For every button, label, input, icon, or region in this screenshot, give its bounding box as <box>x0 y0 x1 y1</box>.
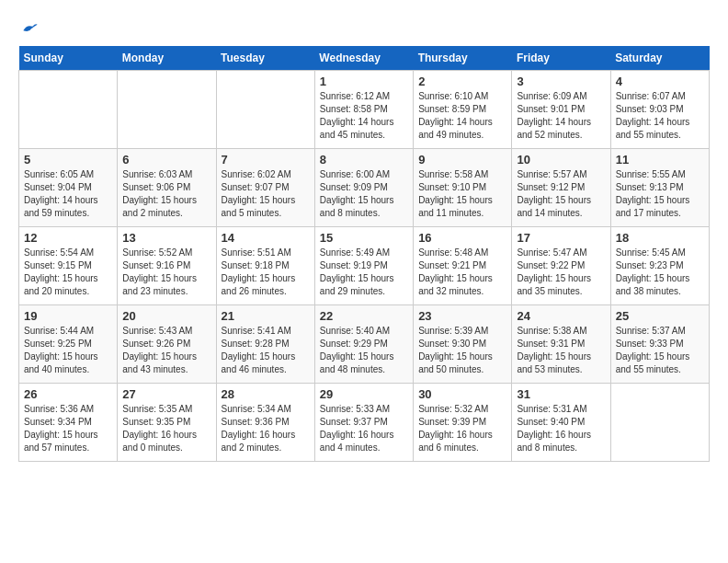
day-info: Sunrise: 5:31 AMSunset: 9:40 PMDaylight:… <box>517 403 605 454</box>
day-number: 6 <box>122 153 210 167</box>
day-number: 1 <box>320 75 408 88</box>
sunrise-text: Sunrise: 5:33 AM <box>320 403 408 416</box>
sunset-text: Sunset: 9:22 PM <box>517 259 605 272</box>
daylight-text: Daylight: 16 hours and 2 minutes. <box>222 429 310 454</box>
sunset-text: Sunset: 9:35 PM <box>122 416 210 429</box>
sunset-text: Sunset: 9:13 PM <box>616 181 704 194</box>
day-info: Sunrise: 6:00 AMSunset: 9:09 PMDaylight:… <box>320 168 408 220</box>
calendar-cell: 22Sunrise: 5:40 AMSunset: 9:29 PMDayligh… <box>314 305 413 384</box>
sunset-text: Sunset: 9:39 PM <box>418 416 506 429</box>
day-info: Sunrise: 6:05 AMSunset: 9:04 PMDaylight:… <box>24 168 112 220</box>
sunset-text: Sunset: 9:03 PM <box>616 103 704 116</box>
daylight-text: Daylight: 16 hours and 6 minutes. <box>418 429 506 454</box>
daylight-text: Daylight: 15 hours and 46 minutes. <box>222 350 310 376</box>
daylight-text: Daylight: 15 hours and 8 minutes. <box>320 194 408 220</box>
daylight-text: Daylight: 16 hours and 4 minutes. <box>320 429 408 454</box>
day-number: 27 <box>122 387 210 401</box>
day-number: 4 <box>616 75 704 88</box>
sunrise-text: Sunrise: 5:54 AM <box>24 247 112 259</box>
calendar-cell: 31Sunrise: 5:31 AMSunset: 9:40 PMDayligh… <box>512 384 610 462</box>
sunset-text: Sunset: 9:33 PM <box>616 338 704 350</box>
calendar-week-row: 26Sunrise: 5:36 AMSunset: 9:34 PMDayligh… <box>19 384 710 462</box>
calendar-cell: 21Sunrise: 5:41 AMSunset: 9:28 PMDayligh… <box>216 305 314 384</box>
sunrise-text: Sunrise: 5:48 AM <box>418 247 506 259</box>
day-number: 19 <box>24 309 112 323</box>
sunset-text: Sunset: 9:06 PM <box>122 181 210 194</box>
calendar-cell: 27Sunrise: 5:35 AMSunset: 9:35 PMDayligh… <box>118 384 216 462</box>
day-info: Sunrise: 5:35 AMSunset: 9:35 PMDaylight:… <box>122 403 210 454</box>
calendar-cell: 4Sunrise: 6:07 AMSunset: 9:03 PMDaylight… <box>610 71 709 149</box>
day-info: Sunrise: 5:47 AMSunset: 9:22 PMDaylight:… <box>517 247 605 298</box>
day-number: 7 <box>222 153 310 167</box>
daylight-text: Daylight: 15 hours and 43 minutes. <box>122 350 210 376</box>
calendar-week-row: 5Sunrise: 6:05 AMSunset: 9:04 PMDaylight… <box>19 149 710 227</box>
day-number: 25 <box>616 309 704 323</box>
weekday-header-monday: Monday <box>118 46 216 71</box>
sunrise-text: Sunrise: 5:32 AM <box>418 403 506 416</box>
daylight-text: Daylight: 15 hours and 2 minutes. <box>122 194 210 220</box>
calendar-cell: 17Sunrise: 5:47 AMSunset: 9:22 PMDayligh… <box>512 227 610 305</box>
day-number: 31 <box>517 387 605 401</box>
day-info: Sunrise: 5:55 AMSunset: 9:13 PMDaylight:… <box>616 168 704 220</box>
sunset-text: Sunset: 9:04 PM <box>24 181 112 194</box>
day-number: 13 <box>122 231 210 245</box>
sunset-text: Sunset: 9:40 PM <box>517 416 605 429</box>
sunrise-text: Sunrise: 5:36 AM <box>24 403 112 416</box>
weekday-header-wednesday: Wednesday <box>314 46 413 71</box>
sunset-text: Sunset: 8:58 PM <box>320 103 408 116</box>
weekday-header-saturday: Saturday <box>610 46 709 71</box>
sunrise-text: Sunrise: 5:55 AM <box>616 168 704 181</box>
sunrise-text: Sunrise: 5:57 AM <box>517 168 605 181</box>
daylight-text: Daylight: 15 hours and 57 minutes. <box>24 429 112 454</box>
day-info: Sunrise: 5:58 AMSunset: 9:10 PMDaylight:… <box>418 168 506 220</box>
calendar-cell: 2Sunrise: 6:10 AMSunset: 8:59 PMDaylight… <box>414 71 512 149</box>
day-info: Sunrise: 6:12 AMSunset: 8:58 PMDaylight:… <box>320 90 408 142</box>
weekday-header-tuesday: Tuesday <box>216 46 314 71</box>
daylight-text: Daylight: 15 hours and 14 minutes. <box>517 194 605 220</box>
calendar-cell: 13Sunrise: 5:52 AMSunset: 9:16 PMDayligh… <box>118 227 216 305</box>
daylight-text: Daylight: 15 hours and 48 minutes. <box>320 350 408 376</box>
day-info: Sunrise: 5:36 AMSunset: 9:34 PMDaylight:… <box>24 403 112 454</box>
sunset-text: Sunset: 9:30 PM <box>418 338 506 350</box>
sunset-text: Sunset: 9:07 PM <box>222 181 310 194</box>
day-number: 26 <box>24 387 112 401</box>
sunset-text: Sunset: 9:09 PM <box>320 181 408 194</box>
daylight-text: Daylight: 15 hours and 55 minutes. <box>616 350 704 376</box>
sunset-text: Sunset: 9:26 PM <box>122 338 210 350</box>
day-info: Sunrise: 6:02 AMSunset: 9:07 PMDaylight:… <box>222 168 310 220</box>
calendar-cell: 28Sunrise: 5:34 AMSunset: 9:36 PMDayligh… <box>216 384 314 462</box>
daylight-text: Daylight: 16 hours and 0 minutes. <box>122 429 210 454</box>
daylight-text: Daylight: 15 hours and 38 minutes. <box>616 272 704 298</box>
daylight-text: Daylight: 15 hours and 29 minutes. <box>320 272 408 298</box>
daylight-text: Daylight: 14 hours and 52 minutes. <box>517 116 605 142</box>
calendar-cell: 3Sunrise: 6:09 AMSunset: 9:01 PMDaylight… <box>512 71 610 149</box>
calendar-week-row: 1Sunrise: 6:12 AMSunset: 8:58 PMDaylight… <box>19 71 710 149</box>
day-number: 21 <box>222 309 310 323</box>
sunrise-text: Sunrise: 5:35 AM <box>122 403 210 416</box>
calendar-cell: 18Sunrise: 5:45 AMSunset: 9:23 PMDayligh… <box>610 227 709 305</box>
day-info: Sunrise: 5:37 AMSunset: 9:33 PMDaylight:… <box>616 325 704 376</box>
calendar-cell <box>610 384 709 462</box>
calendar-table: SundayMondayTuesdayWednesdayThursdayFrid… <box>18 46 710 462</box>
calendar-cell: 30Sunrise: 5:32 AMSunset: 9:39 PMDayligh… <box>414 384 512 462</box>
calendar-cell: 6Sunrise: 6:03 AMSunset: 9:06 PMDaylight… <box>118 149 216 227</box>
day-info: Sunrise: 5:41 AMSunset: 9:28 PMDaylight:… <box>222 325 310 376</box>
sunrise-text: Sunrise: 5:51 AM <box>222 247 310 259</box>
day-info: Sunrise: 5:44 AMSunset: 9:25 PMDaylight:… <box>24 325 112 376</box>
calendar-cell: 29Sunrise: 5:33 AMSunset: 9:37 PMDayligh… <box>314 384 413 462</box>
sunset-text: Sunset: 9:21 PM <box>418 259 506 272</box>
day-info: Sunrise: 6:10 AMSunset: 8:59 PMDaylight:… <box>418 90 506 142</box>
daylight-text: Daylight: 14 hours and 45 minutes. <box>320 116 408 142</box>
sunrise-text: Sunrise: 6:12 AM <box>320 90 408 103</box>
calendar-cell <box>216 71 314 149</box>
calendar-cell: 24Sunrise: 5:38 AMSunset: 9:31 PMDayligh… <box>512 305 610 384</box>
sunset-text: Sunset: 9:25 PM <box>24 338 112 350</box>
sunrise-text: Sunrise: 5:44 AM <box>24 325 112 338</box>
day-number: 11 <box>616 153 704 167</box>
calendar-week-row: 19Sunrise: 5:44 AMSunset: 9:25 PMDayligh… <box>19 305 710 384</box>
daylight-text: Daylight: 15 hours and 35 minutes. <box>517 272 605 298</box>
day-info: Sunrise: 5:49 AMSunset: 9:19 PMDaylight:… <box>320 247 408 298</box>
day-number: 17 <box>517 231 605 245</box>
weekday-header-friday: Friday <box>512 46 610 71</box>
sunset-text: Sunset: 9:23 PM <box>616 259 704 272</box>
